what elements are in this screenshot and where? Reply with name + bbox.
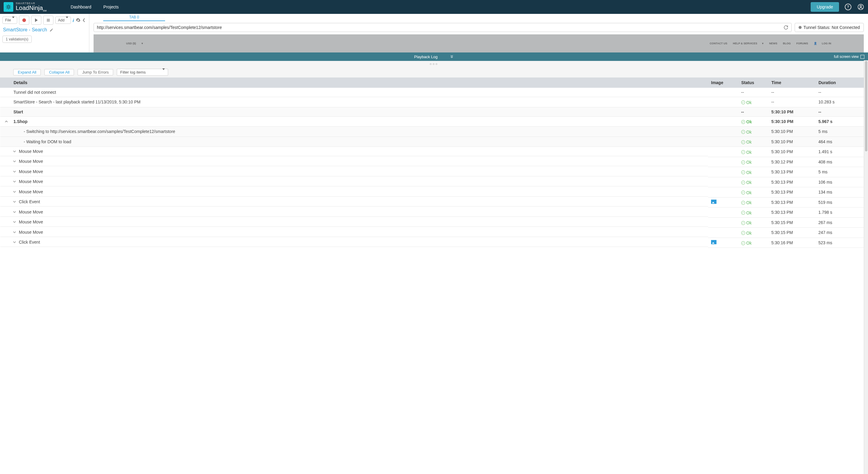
log-row[interactable]: Mouse MoveOk5:30:13 PM134 ms	[0, 187, 864, 198]
settings-icon[interactable]	[76, 18, 81, 23]
log-row[interactable]: Click EventOk5:30:16 PM523 ms	[0, 238, 864, 248]
log-image-cell	[708, 88, 738, 97]
ok-status-icon	[741, 160, 745, 164]
record-button[interactable]	[19, 16, 29, 25]
log-time-cell: 5:30:13 PM	[768, 207, 815, 218]
log-row[interactable]: - Waiting for DOM to loadOk5:30:10 PM464…	[0, 137, 864, 147]
log-time-cell: 5:30:10 PM	[768, 107, 815, 116]
log-duration-cell: 523 ms	[815, 238, 864, 248]
fullscreen-view-link[interactable]: full screen view	[834, 55, 868, 59]
log-row[interactable]: Mouse MoveOk5:30:15 PM247 ms	[0, 228, 864, 238]
log-image-cell[interactable]	[708, 238, 738, 248]
log-details-cell: - Waiting for DOM to load	[0, 137, 708, 147]
log-row[interactable]: Mouse MoveOk5:30:10 PM1.491 s	[0, 147, 864, 157]
browser-tab-0[interactable]: TAB 0	[103, 14, 165, 21]
reload-icon[interactable]	[783, 25, 788, 30]
log-row[interactable]: Mouse MoveOk5:30:13 PM106 ms	[0, 177, 864, 187]
log-status-cell: Ok	[738, 157, 768, 167]
log-duration-cell: 10.283 s	[815, 97, 864, 107]
log-details-cell: Start	[0, 107, 708, 116]
ok-status-icon	[741, 201, 745, 205]
log-status-cell: --	[738, 88, 768, 97]
file-menu[interactable]: File	[2, 16, 17, 24]
collapse-log-icon[interactable]	[450, 55, 454, 59]
log-duration-cell: 5 ms	[815, 127, 864, 137]
vertical-scrollbar[interactable]	[864, 60, 868, 248]
log-time-cell: 5:30:10 PM	[768, 137, 815, 147]
log-image-cell	[708, 97, 738, 107]
ok-status-icon	[741, 211, 745, 215]
play-button[interactable]	[31, 16, 41, 25]
log-duration-cell: 134 ms	[815, 187, 864, 198]
log-details-cell: Mouse Move	[0, 147, 708, 156]
ok-status-icon	[741, 221, 745, 225]
screenshot-thumbnail-icon[interactable]	[711, 240, 716, 244]
log-row[interactable]: Mouse MoveOk5:30:15 PM267 ms	[0, 217, 864, 228]
col-duration-header: Duration	[815, 78, 864, 88]
collapse-all-button[interactable]: Collapse All	[44, 69, 74, 75]
ok-status-icon	[741, 150, 745, 154]
log-duration-cell: 519 ms	[815, 197, 864, 207]
log-time-cell: 5:30:15 PM	[768, 228, 815, 238]
script-panel: File Add i SmartStore - Search 1 validat…	[0, 14, 89, 53]
ok-status-icon	[741, 241, 745, 245]
log-row[interactable]: Tunnel did not connect------	[0, 88, 864, 97]
log-time-cell: 5:30:13 PM	[768, 167, 815, 177]
ok-status-icon	[741, 191, 745, 195]
log-time-cell: 5:30:13 PM	[768, 187, 815, 198]
ok-status-icon	[741, 130, 745, 134]
log-row[interactable]: Mouse MoveOk5:30:13 PM1.798 s	[0, 207, 864, 218]
log-duration-cell: 267 ms	[815, 217, 864, 228]
help-icon[interactable]: ?	[844, 3, 852, 10]
add-menu[interactable]: Add	[55, 16, 71, 24]
log-image-cell	[708, 217, 738, 228]
log-details-cell: Mouse Move	[0, 177, 708, 187]
log-status-cell: Ok	[738, 238, 768, 248]
log-status-cell: Ok	[738, 97, 768, 107]
script-title: SmartStore - Search	[3, 27, 47, 33]
ok-status-icon	[741, 181, 745, 184]
log-time-cell: 5:30:16 PM	[768, 238, 815, 248]
drag-handle-icon[interactable]: ○○○	[0, 61, 868, 67]
brand-suffix: SM	[43, 9, 46, 12]
stop-button[interactable]	[43, 16, 54, 25]
log-row[interactable]: SmartStore - Search - last playback star…	[0, 97, 864, 107]
log-status-cell: Ok	[738, 217, 768, 228]
log-duration-cell: 247 ms	[815, 228, 864, 238]
logo-text: SMARTBEAR LoadNinjaSM	[16, 2, 46, 12]
log-duration-cell: 5 ms	[815, 167, 864, 177]
screenshot-thumbnail-icon[interactable]	[711, 200, 716, 204]
log-row[interactable]: Click EventOk5:30:13 PM519 ms	[0, 197, 864, 207]
log-duration-cell: 1.798 s	[815, 207, 864, 218]
log-row[interactable]: Start--5:30:10 PM--	[0, 107, 864, 116]
account-icon[interactable]	[857, 3, 864, 10]
log-image-cell	[708, 107, 738, 116]
log-time-cell: 5:30:13 PM	[768, 177, 815, 187]
expand-all-button[interactable]: Expand All	[13, 69, 41, 75]
edit-title-icon[interactable]	[50, 28, 54, 32]
filter-log-select[interactable]: Filter log items	[117, 69, 168, 76]
validations-button[interactable]: 1 validation(s)	[2, 36, 32, 43]
log-row[interactable]: Mouse MoveOk5:30:13 PM5 ms	[0, 167, 864, 177]
stop-icon	[47, 19, 50, 22]
log-status-cell: Ok	[738, 116, 768, 127]
log-status-cell: Ok	[738, 177, 768, 187]
info-icon[interactable]: i	[73, 18, 74, 23]
log-duration-cell: --	[815, 107, 864, 116]
jump-to-errors-button[interactable]: Jump To Errors	[78, 69, 113, 75]
log-status-cell: Ok	[738, 167, 768, 177]
log-row[interactable]: - Switching to http://services.smartbear…	[0, 127, 864, 137]
log-image-cell[interactable]	[708, 197, 738, 207]
collapse-panel-icon[interactable]	[83, 18, 85, 22]
nav-dashboard[interactable]: Dashboard	[71, 4, 91, 9]
svg-point-2	[860, 5, 862, 7]
fullscreen-icon	[861, 55, 864, 59]
url-input[interactable]	[97, 25, 783, 30]
log-row[interactable]: 1.ShopOk5:30:10 PM5.967 s	[0, 116, 864, 127]
log-details-cell: Click Event	[0, 197, 708, 207]
log-row[interactable]: Mouse MoveOk5:30:12 PM408 ms	[0, 157, 864, 167]
log-details-cell: Mouse Move	[0, 207, 708, 217]
page-preview: USD ($) ▾ CONTACT US HELP & SERVICES▾ NE…	[94, 34, 864, 53]
upgrade-button[interactable]: Upgrade	[811, 2, 839, 12]
nav-projects[interactable]: Projects	[103, 4, 119, 9]
